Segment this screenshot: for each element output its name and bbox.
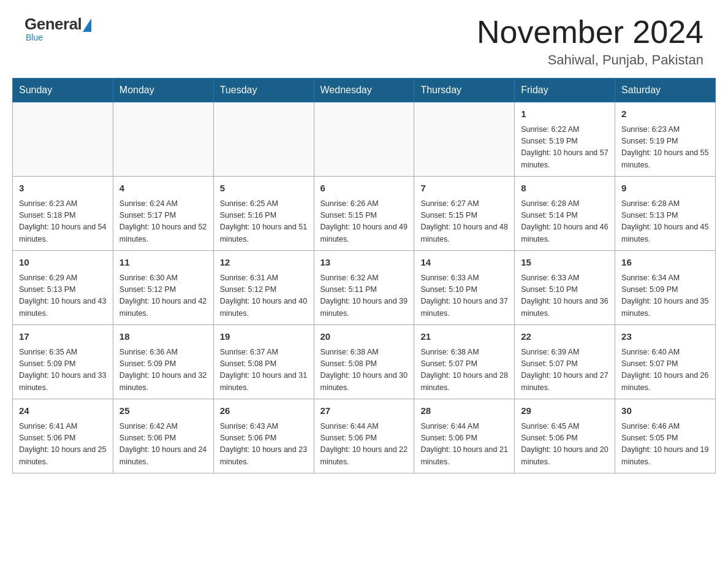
day-info: Sunrise: 6:23 AM Sunset: 5:19 PM Dayligh… (621, 124, 709, 172)
weekday-header-wednesday: Wednesday (314, 79, 414, 102)
weekday-header-row: SundayMondayTuesdayWednesdayThursdayFrid… (13, 79, 716, 102)
calendar-cell: 18Sunrise: 6:36 AM Sunset: 5:09 PM Dayli… (113, 325, 213, 399)
week-row-2: 10Sunrise: 6:29 AM Sunset: 5:13 PM Dayli… (13, 251, 716, 325)
day-number: 22 (521, 330, 609, 344)
day-number: 21 (420, 330, 508, 344)
day-number: 2 (621, 107, 709, 121)
day-number: 10 (19, 256, 107, 270)
calendar-cell: 15Sunrise: 6:33 AM Sunset: 5:10 PM Dayli… (515, 251, 615, 325)
weekday-header-tuesday: Tuesday (213, 79, 314, 102)
day-info: Sunrise: 6:23 AM Sunset: 5:18 PM Dayligh… (19, 198, 107, 246)
logo-triangle-icon (83, 18, 91, 32)
day-info: Sunrise: 6:28 AM Sunset: 5:14 PM Dayligh… (521, 198, 609, 246)
day-info: Sunrise: 6:34 AM Sunset: 5:09 PM Dayligh… (621, 272, 709, 320)
calendar-cell: 29Sunrise: 6:45 AM Sunset: 5:06 PM Dayli… (515, 399, 615, 473)
calendar-cell: 16Sunrise: 6:34 AM Sunset: 5:09 PM Dayli… (615, 251, 716, 325)
day-info: Sunrise: 6:38 AM Sunset: 5:07 PM Dayligh… (420, 347, 508, 394)
calendar-cell (314, 102, 414, 177)
calendar-cell: 8Sunrise: 6:28 AM Sunset: 5:14 PM Daylig… (515, 177, 615, 251)
day-number: 27 (320, 404, 408, 418)
day-number: 11 (119, 256, 207, 270)
calendar-cell: 20Sunrise: 6:38 AM Sunset: 5:08 PM Dayli… (314, 325, 414, 399)
day-number: 20 (320, 330, 408, 344)
calendar-cell: 27Sunrise: 6:44 AM Sunset: 5:06 PM Dayli… (314, 399, 414, 473)
calendar-cell: 14Sunrise: 6:33 AM Sunset: 5:10 PM Dayli… (414, 251, 515, 325)
calendar-cell: 12Sunrise: 6:31 AM Sunset: 5:12 PM Dayli… (213, 251, 314, 325)
calendar-cell: 26Sunrise: 6:43 AM Sunset: 5:06 PM Dayli… (213, 399, 314, 473)
calendar-cell: 22Sunrise: 6:39 AM Sunset: 5:07 PM Dayli… (515, 325, 615, 399)
day-number: 8 (521, 182, 609, 196)
day-number: 3 (19, 182, 107, 196)
day-number: 29 (521, 404, 609, 418)
day-info: Sunrise: 6:28 AM Sunset: 5:13 PM Dayligh… (621, 198, 709, 246)
calendar-cell (13, 102, 113, 177)
day-number: 12 (220, 256, 308, 270)
day-number: 4 (119, 182, 207, 196)
logo: General Blue (25, 15, 91, 42)
day-number: 14 (420, 256, 508, 270)
month-title: November 2024 (477, 15, 703, 50)
calendar-cell: 3Sunrise: 6:23 AM Sunset: 5:18 PM Daylig… (13, 177, 113, 251)
day-info: Sunrise: 6:42 AM Sunset: 5:06 PM Dayligh… (119, 421, 207, 469)
calendar-cell: 19Sunrise: 6:37 AM Sunset: 5:08 PM Dayli… (213, 325, 314, 399)
day-number: 30 (621, 404, 709, 418)
day-info: Sunrise: 6:45 AM Sunset: 5:06 PM Dayligh… (521, 421, 609, 469)
weekday-header-friday: Friday (515, 79, 615, 102)
day-info: Sunrise: 6:38 AM Sunset: 5:08 PM Dayligh… (320, 347, 408, 394)
day-info: Sunrise: 6:31 AM Sunset: 5:12 PM Dayligh… (220, 272, 308, 320)
day-info: Sunrise: 6:44 AM Sunset: 5:06 PM Dayligh… (320, 421, 408, 469)
day-info: Sunrise: 6:46 AM Sunset: 5:05 PM Dayligh… (621, 421, 709, 469)
calendar-cell: 23Sunrise: 6:40 AM Sunset: 5:07 PM Dayli… (615, 325, 716, 399)
calendar-cell: 25Sunrise: 6:42 AM Sunset: 5:06 PM Dayli… (113, 399, 213, 473)
day-number: 19 (220, 330, 308, 344)
day-number: 7 (420, 182, 508, 196)
day-number: 1 (521, 107, 609, 121)
page-header: General Blue November 2024 Sahiwal, Punj… (0, 0, 728, 78)
calendar-cell: 13Sunrise: 6:32 AM Sunset: 5:11 PM Dayli… (314, 251, 414, 325)
day-number: 9 (621, 182, 709, 196)
calendar-table: SundayMondayTuesdayWednesdayThursdayFrid… (12, 78, 716, 473)
calendar-cell: 9Sunrise: 6:28 AM Sunset: 5:13 PM Daylig… (615, 177, 716, 251)
day-info: Sunrise: 6:35 AM Sunset: 5:09 PM Dayligh… (19, 347, 107, 394)
day-info: Sunrise: 6:27 AM Sunset: 5:15 PM Dayligh… (420, 198, 508, 246)
logo-general-text: General (25, 15, 82, 34)
day-info: Sunrise: 6:44 AM Sunset: 5:06 PM Dayligh… (420, 421, 508, 469)
weekday-header-sunday: Sunday (13, 79, 113, 102)
weekday-header-thursday: Thursday (414, 79, 515, 102)
day-info: Sunrise: 6:30 AM Sunset: 5:12 PM Dayligh… (119, 272, 207, 320)
day-number: 6 (320, 182, 408, 196)
day-number: 18 (119, 330, 207, 344)
day-info: Sunrise: 6:26 AM Sunset: 5:15 PM Dayligh… (320, 198, 408, 246)
calendar-cell: 2Sunrise: 6:23 AM Sunset: 5:19 PM Daylig… (615, 102, 716, 177)
calendar-cell (414, 102, 515, 177)
day-number: 13 (320, 256, 408, 270)
calendar-cell: 17Sunrise: 6:35 AM Sunset: 5:09 PM Dayli… (13, 325, 113, 399)
day-info: Sunrise: 6:29 AM Sunset: 5:13 PM Dayligh… (19, 272, 107, 320)
title-section: November 2024 Sahiwal, Punjab, Pakistan (477, 15, 703, 68)
day-info: Sunrise: 6:32 AM Sunset: 5:11 PM Dayligh… (320, 272, 408, 320)
day-number: 26 (220, 404, 308, 418)
day-info: Sunrise: 6:43 AM Sunset: 5:06 PM Dayligh… (220, 421, 308, 469)
weekday-header-saturday: Saturday (615, 79, 716, 102)
calendar-cell: 7Sunrise: 6:27 AM Sunset: 5:15 PM Daylig… (414, 177, 515, 251)
day-info: Sunrise: 6:36 AM Sunset: 5:09 PM Dayligh… (119, 347, 207, 394)
weekday-header-monday: Monday (113, 79, 213, 102)
day-number: 28 (420, 404, 508, 418)
day-info: Sunrise: 6:25 AM Sunset: 5:16 PM Dayligh… (220, 198, 308, 246)
calendar-cell: 28Sunrise: 6:44 AM Sunset: 5:06 PM Dayli… (414, 399, 515, 473)
day-info: Sunrise: 6:22 AM Sunset: 5:19 PM Dayligh… (521, 124, 609, 172)
day-number: 17 (19, 330, 107, 344)
day-info: Sunrise: 6:24 AM Sunset: 5:17 PM Dayligh… (119, 198, 207, 246)
calendar-cell: 30Sunrise: 6:46 AM Sunset: 5:05 PM Dayli… (615, 399, 716, 473)
week-row-0: 1Sunrise: 6:22 AM Sunset: 5:19 PM Daylig… (13, 102, 716, 177)
calendar-cell: 11Sunrise: 6:30 AM Sunset: 5:12 PM Dayli… (113, 251, 213, 325)
day-info: Sunrise: 6:39 AM Sunset: 5:07 PM Dayligh… (521, 347, 609, 394)
location-title: Sahiwal, Punjab, Pakistan (477, 52, 703, 68)
day-number: 16 (621, 256, 709, 270)
day-info: Sunrise: 6:37 AM Sunset: 5:08 PM Dayligh… (220, 347, 308, 394)
calendar-cell: 10Sunrise: 6:29 AM Sunset: 5:13 PM Dayli… (13, 251, 113, 325)
calendar-cell (213, 102, 314, 177)
day-info: Sunrise: 6:41 AM Sunset: 5:06 PM Dayligh… (19, 421, 107, 469)
calendar-cell (113, 102, 213, 177)
day-number: 24 (19, 404, 107, 418)
